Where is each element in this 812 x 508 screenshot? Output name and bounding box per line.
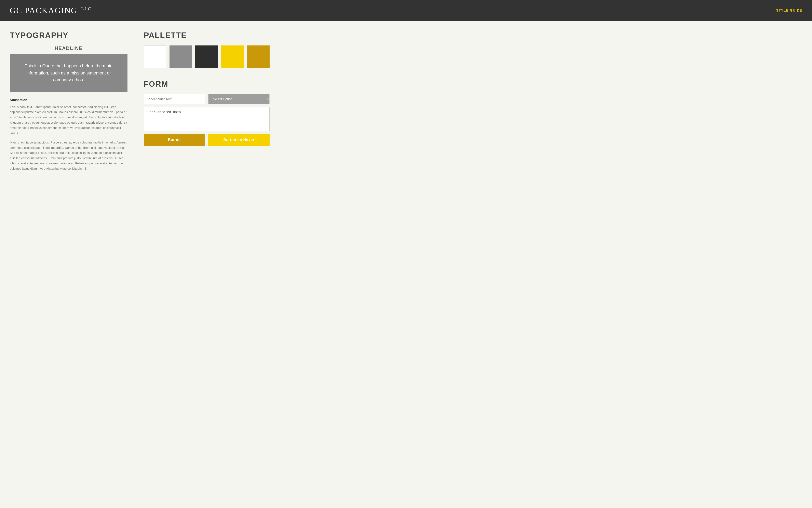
text-input[interactable] — [144, 94, 205, 104]
form-buttons: Button Button on Hover — [144, 134, 269, 146]
headline-label: HEADLINE — [10, 45, 127, 51]
swatch-dark — [195, 45, 218, 68]
select-dropdown[interactable]: Select Option Option 1 Option 2 Option 3 — [208, 94, 269, 104]
quote-text: This is a Quote that happens before the … — [25, 63, 113, 82]
body-text-2: Mauris lacinia porta faucibus. Fusce eu … — [10, 140, 127, 171]
nav-label: STYLE GUIDE — [776, 9, 802, 12]
palette-section: PALLETTE — [144, 31, 269, 68]
quote-block: This is a Quote that happens before the … — [10, 54, 127, 92]
logo-main: GC PACKAGING — [10, 6, 77, 15]
logo: GC PACKAGING LLC — [10, 6, 92, 15]
header: GC PACKAGING LLC STYLE GUIDE — [0, 0, 812, 21]
right-column: PALLETTE FORM Select Option Option 1 Opt… — [144, 31, 269, 175]
body-text-1: This is body text. Lorem ipsum dolor sit… — [10, 104, 127, 136]
form-title: FORM — [144, 80, 269, 88]
typography-section: TYPOGRAPHY HEADLINE This is a Quote that… — [10, 31, 127, 175]
button-default[interactable]: Button — [144, 134, 205, 146]
form-section: FORM Select Option Option 1 Option 2 Opt… — [144, 80, 269, 146]
palette-swatches — [144, 45, 269, 68]
typography-title: TYPOGRAPHY — [10, 31, 127, 40]
swatch-gray — [170, 45, 192, 68]
logo-sub: LLC — [81, 6, 92, 11]
form-row-top: Select Option Option 1 Option 2 Option 3 — [144, 94, 269, 104]
textarea[interactable]: User entered data — [144, 107, 269, 131]
swatch-white — [144, 45, 166, 68]
swatch-gold — [247, 45, 269, 68]
swatch-yellow — [221, 45, 244, 68]
subsection-title: Subsection — [10, 98, 127, 102]
button-hover[interactable]: Button on Hover — [208, 134, 269, 146]
main-content: TYPOGRAPHY HEADLINE This is a Quote that… — [0, 21, 812, 185]
palette-title: PALLETTE — [144, 31, 269, 40]
